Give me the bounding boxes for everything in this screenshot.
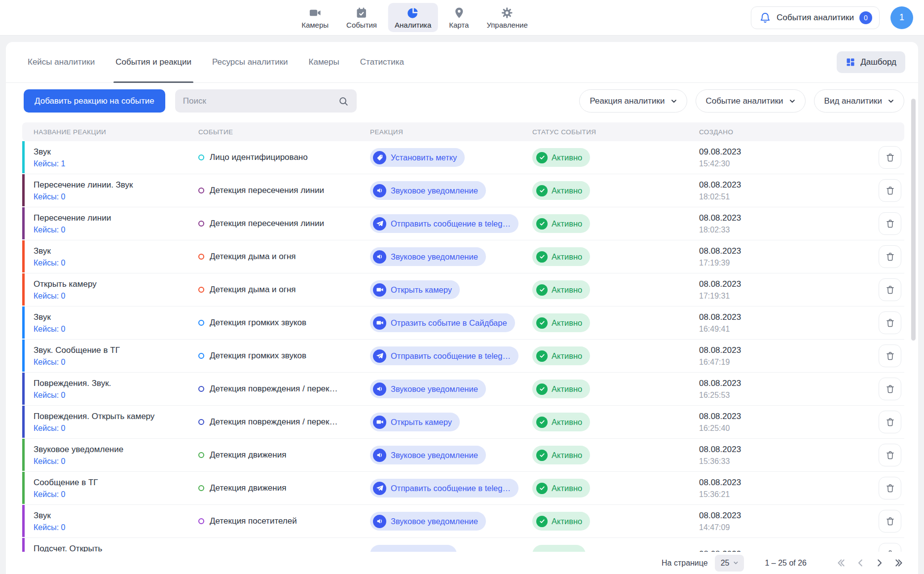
- event-label: Детекция громких звуков: [210, 351, 306, 361]
- per-page-select[interactable]: 25: [715, 555, 744, 572]
- trash-icon: [885, 219, 895, 229]
- cases-link[interactable]: Кейсы: 0: [34, 424, 65, 433]
- delete-button[interactable]: [879, 411, 901, 433]
- status-badge: Активно: [532, 512, 590, 531]
- event-cell: Детекция движения: [198, 483, 370, 493]
- map-pin-icon: [452, 6, 465, 19]
- nav-item-label: Карта: [449, 21, 469, 29]
- reaction-pill[interactable]: Звуковое уведомление: [370, 512, 486, 531]
- cases-link[interactable]: Кейсы: 0: [34, 358, 65, 367]
- reaction-pill[interactable]: Отправить сообщение в teleg…: [370, 346, 518, 365]
- analytics-events-button[interactable]: События аналитики 0: [751, 6, 880, 29]
- column-header-created: СОЗДАНО: [699, 128, 867, 136]
- delete-button[interactable]: [879, 378, 901, 400]
- cases-link[interactable]: Кейсы: 0: [34, 259, 65, 268]
- prev-page-button[interactable]: [853, 556, 868, 571]
- reaction-pill[interactable]: Установить метку: [370, 148, 465, 167]
- cases-link[interactable]: Кейсы: 0: [34, 490, 65, 499]
- reaction-pill[interactable]: Открыть камеру: [370, 413, 460, 431]
- reaction-pill[interactable]: Отправить сообщение в teleg…: [370, 479, 518, 497]
- reaction-label: Установить метку: [391, 153, 457, 162]
- trash-icon: [885, 417, 895, 427]
- tab-3[interactable]: Ресурсы аналитики: [212, 42, 288, 82]
- filter-dropdown-1[interactable]: Реакция аналитики: [579, 89, 687, 113]
- add-reaction-button[interactable]: Добавить реакцию на событие: [24, 89, 165, 113]
- cases-link[interactable]: Кейсы: 0: [34, 325, 65, 334]
- delete-button[interactable]: [879, 212, 901, 235]
- reaction-label: Звуковое уведомление: [391, 384, 478, 394]
- pager-buttons: [834, 556, 905, 571]
- reaction-pill[interactable]: Звуковое уведомление: [370, 247, 486, 266]
- filter-dropdown-2[interactable]: Событие аналитики: [696, 89, 806, 113]
- reaction-pill[interactable]: Отразить событие в Сайдбаре: [370, 313, 515, 332]
- vertical-scrollbar[interactable]: [911, 99, 916, 341]
- reaction-pill[interactable]: Открыть камеру: [370, 280, 460, 299]
- check-circle-icon: [536, 284, 548, 296]
- filter-dropdown-3[interactable]: Вид аналитики: [814, 89, 904, 113]
- created-date: 08.08.2023: [699, 180, 867, 190]
- reaction-pill[interactable]: Звуковое уведомление: [370, 380, 486, 398]
- nav-item-gear[interactable]: Управление: [480, 3, 534, 32]
- reaction-pill[interactable]: Отправить сообщение в teleg…: [370, 214, 518, 233]
- reaction-label: Открыть камеру: [391, 418, 452, 427]
- user-avatar[interactable]: 1: [890, 6, 913, 29]
- table-row: Пересечение линии Кейсы: 0 Детекция пере…: [22, 207, 904, 240]
- delete-button[interactable]: [879, 477, 901, 499]
- nav-item-map-pin[interactable]: Карта: [443, 3, 475, 32]
- per-page-value: 25: [721, 559, 730, 568]
- delete-button[interactable]: [879, 245, 901, 268]
- reaction-name: Повреждения. Открыть камеру: [34, 411, 198, 422]
- event-cell: Лицо идентифицировано: [198, 153, 370, 162]
- created-date: 08.08.2023: [699, 312, 867, 322]
- cases-link[interactable]: Кейсы: 0: [34, 523, 65, 532]
- next-page-button[interactable]: [872, 556, 887, 571]
- cases-link[interactable]: Кейсы: 1: [34, 159, 65, 168]
- nav-item-calendar-event[interactable]: События: [340, 3, 383, 32]
- table-row: Звук Кейсы: 0 Детекция дыма и огня Звуко…: [22, 240, 904, 273]
- check-circle-icon: [536, 185, 548, 196]
- reaction-name: Повреждения. Звук.: [34, 378, 198, 389]
- delete-button[interactable]: [879, 311, 901, 334]
- check-circle-icon: [536, 450, 548, 461]
- delete-button[interactable]: [879, 179, 901, 202]
- dashboard-button[interactable]: Дашборд: [837, 51, 905, 73]
- gear-icon: [501, 6, 514, 19]
- chevron-down-icon: [670, 97, 678, 105]
- trash-icon: [885, 516, 895, 527]
- filter-label: Событие аналитики: [706, 96, 783, 106]
- created-time: 14:47:09: [699, 523, 867, 532]
- tab-1[interactable]: Кейсы аналитики: [28, 42, 95, 82]
- analytics-events-label: События аналитики: [776, 13, 854, 23]
- dashboard-label: Дашборд: [860, 57, 896, 67]
- cases-link[interactable]: Кейсы: 0: [34, 192, 65, 201]
- delete-button[interactable]: [879, 444, 901, 466]
- event-label: Детекция повреждения / перек…: [210, 417, 337, 427]
- reaction-pill[interactable]: Звуковое уведомление: [370, 181, 486, 200]
- delete-button[interactable]: [879, 146, 901, 169]
- last-page-button[interactable]: [890, 556, 905, 571]
- delete-button[interactable]: [879, 344, 901, 367]
- tab-5[interactable]: Статистика: [360, 42, 404, 82]
- telegram-icon: [373, 349, 386, 363]
- delete-button[interactable]: [879, 278, 901, 301]
- search-input[interactable]: [183, 96, 338, 106]
- created-date: 08.08.2023: [699, 213, 867, 223]
- status-badge: Активно: [532, 148, 590, 167]
- nav-item-video-camera[interactable]: Камеры: [295, 3, 335, 32]
- table-row: Звук Кейсы: 0 Детекция громких звуков От…: [22, 306, 904, 340]
- speaker-icon: [373, 250, 386, 264]
- cases-link[interactable]: Кейсы: 0: [34, 391, 65, 400]
- reaction-pill[interactable]: Звуковое уведомление: [370, 446, 486, 464]
- tab-4[interactable]: Камеры: [309, 42, 339, 82]
- created-time: 15:42:30: [699, 159, 867, 168]
- top-bar: КамерыСобытияАналитикаКартаУправление Со…: [0, 0, 924, 36]
- first-page-button[interactable]: [834, 556, 849, 571]
- cases-link[interactable]: Кейсы: 0: [34, 292, 65, 301]
- created-date: 08.08.2023: [699, 345, 867, 355]
- nav-item-pie-chart[interactable]: Аналитика: [388, 3, 438, 32]
- cases-link[interactable]: Кейсы: 0: [34, 457, 65, 466]
- tab-2[interactable]: События и реакции: [115, 42, 191, 82]
- cases-link[interactable]: Кейсы: 0: [34, 226, 65, 234]
- event-label: Детекция дыма и огня: [210, 252, 296, 262]
- delete-button[interactable]: [879, 510, 901, 533]
